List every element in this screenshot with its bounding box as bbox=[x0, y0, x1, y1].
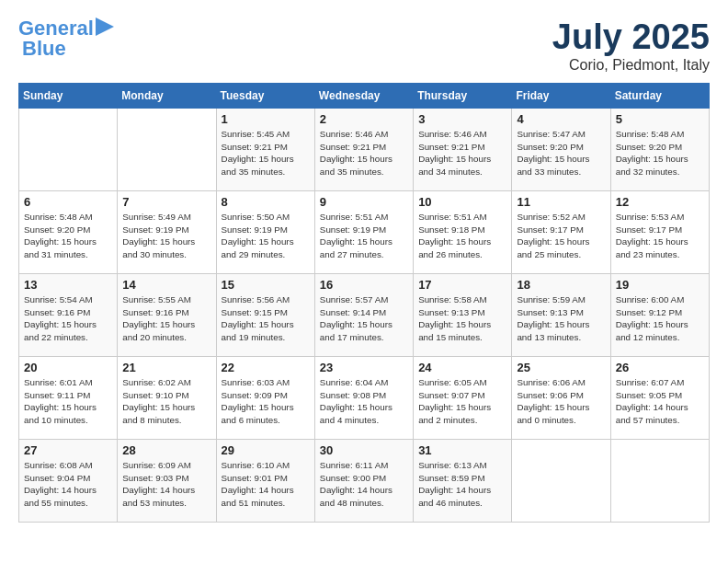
day-number: 28 bbox=[122, 443, 210, 457]
calendar-cell: 31Sunrise: 6:13 AM Sunset: 8:59 PM Dayli… bbox=[414, 439, 512, 522]
day-info: Sunrise: 5:50 AM Sunset: 9:19 PM Dayligh… bbox=[222, 211, 310, 261]
day-info: Sunrise: 5:46 AM Sunset: 9:21 PM Dayligh… bbox=[320, 128, 408, 178]
day-info: Sunrise: 5:59 AM Sunset: 9:13 PM Dayligh… bbox=[517, 293, 605, 344]
svg-marker-0 bbox=[96, 17, 114, 36]
day-number: 29 bbox=[222, 443, 310, 457]
week-row-1: 1Sunrise: 5:45 AM Sunset: 9:21 PM Daylig… bbox=[19, 108, 710, 190]
day-info: Sunrise: 5:57 AM Sunset: 9:14 PM Dayligh… bbox=[320, 293, 408, 344]
day-info: Sunrise: 5:55 AM Sunset: 9:16 PM Dayligh… bbox=[122, 293, 210, 344]
weekday-header-monday: Monday bbox=[118, 83, 216, 108]
day-info: Sunrise: 5:51 AM Sunset: 9:18 PM Dayligh… bbox=[418, 211, 506, 261]
day-info: Sunrise: 6:01 AM Sunset: 9:11 PM Dayligh… bbox=[24, 376, 112, 427]
day-info: Sunrise: 5:52 AM Sunset: 9:17 PM Dayligh… bbox=[517, 211, 605, 261]
day-number: 31 bbox=[418, 443, 506, 457]
title-area: July 2025 Corio, Piedmont, Italy bbox=[552, 18, 710, 74]
week-row-2: 6Sunrise: 5:48 AM Sunset: 9:20 PM Daylig… bbox=[19, 190, 710, 273]
day-info: Sunrise: 6:13 AM Sunset: 8:59 PM Dayligh… bbox=[418, 459, 506, 510]
calendar-cell: 4Sunrise: 5:47 AM Sunset: 9:20 PM Daylig… bbox=[512, 108, 610, 190]
calendar-cell: 15Sunrise: 5:56 AM Sunset: 9:15 PM Dayli… bbox=[216, 273, 314, 356]
day-number: 15 bbox=[222, 278, 310, 292]
day-info: Sunrise: 6:05 AM Sunset: 9:07 PM Dayligh… bbox=[418, 376, 506, 427]
weekday-header-row: SundayMondayTuesdayWednesdayThursdayFrid… bbox=[19, 83, 710, 108]
calendar-cell: 6Sunrise: 5:48 AM Sunset: 9:20 PM Daylig… bbox=[19, 190, 118, 273]
day-info: Sunrise: 6:06 AM Sunset: 9:06 PM Dayligh… bbox=[517, 376, 605, 427]
day-number: 7 bbox=[122, 195, 210, 209]
calendar-cell: 3Sunrise: 5:46 AM Sunset: 9:21 PM Daylig… bbox=[414, 108, 512, 190]
calendar-cell: 29Sunrise: 6:10 AM Sunset: 9:01 PM Dayli… bbox=[216, 439, 314, 522]
day-info: Sunrise: 6:02 AM Sunset: 9:10 PM Dayligh… bbox=[122, 376, 210, 427]
day-info: Sunrise: 6:00 AM Sunset: 9:12 PM Dayligh… bbox=[616, 293, 704, 344]
day-number: 18 bbox=[517, 278, 605, 292]
day-number: 11 bbox=[517, 195, 605, 209]
day-number: 5 bbox=[616, 112, 704, 126]
calendar-cell: 9Sunrise: 5:51 AM Sunset: 9:19 PM Daylig… bbox=[314, 190, 413, 273]
day-number: 27 bbox=[24, 443, 112, 457]
logo-blue: Blue bbox=[22, 37, 66, 60]
calendar-cell: 5Sunrise: 5:48 AM Sunset: 9:20 PM Daylig… bbox=[610, 108, 709, 190]
day-number: 10 bbox=[418, 195, 506, 209]
calendar-cell: 1Sunrise: 5:45 AM Sunset: 9:21 PM Daylig… bbox=[216, 108, 314, 190]
day-number: 3 bbox=[418, 112, 506, 126]
calendar-cell: 8Sunrise: 5:50 AM Sunset: 9:19 PM Daylig… bbox=[216, 190, 314, 273]
weekday-header-saturday: Saturday bbox=[610, 83, 709, 108]
weekday-header-friday: Friday bbox=[512, 83, 610, 108]
day-info: Sunrise: 5:48 AM Sunset: 9:20 PM Dayligh… bbox=[24, 211, 112, 261]
calendar-cell bbox=[118, 108, 216, 190]
calendar-cell: 11Sunrise: 5:52 AM Sunset: 9:17 PM Dayli… bbox=[512, 190, 610, 273]
day-info: Sunrise: 6:11 AM Sunset: 9:00 PM Dayligh… bbox=[320, 459, 408, 510]
calendar-cell: 18Sunrise: 5:59 AM Sunset: 9:13 PM Dayli… bbox=[512, 273, 610, 356]
day-number: 8 bbox=[222, 195, 310, 209]
day-info: Sunrise: 5:45 AM Sunset: 9:21 PM Dayligh… bbox=[222, 128, 310, 178]
logo: General Blue bbox=[18, 18, 114, 59]
calendar-cell: 10Sunrise: 5:51 AM Sunset: 9:18 PM Dayli… bbox=[414, 190, 512, 273]
day-info: Sunrise: 5:56 AM Sunset: 9:15 PM Dayligh… bbox=[222, 293, 310, 344]
logo-arrow-icon bbox=[96, 17, 114, 36]
calendar-cell: 24Sunrise: 6:05 AM Sunset: 9:07 PM Dayli… bbox=[414, 356, 512, 439]
day-number: 12 bbox=[616, 195, 704, 209]
day-info: Sunrise: 5:53 AM Sunset: 9:17 PM Dayligh… bbox=[616, 211, 704, 261]
calendar-cell: 19Sunrise: 6:00 AM Sunset: 9:12 PM Dayli… bbox=[610, 273, 709, 356]
day-info: Sunrise: 5:58 AM Sunset: 9:13 PM Dayligh… bbox=[418, 293, 506, 344]
calendar-cell: 25Sunrise: 6:06 AM Sunset: 9:06 PM Dayli… bbox=[512, 356, 610, 439]
calendar-cell: 16Sunrise: 5:57 AM Sunset: 9:14 PM Dayli… bbox=[314, 273, 413, 356]
day-number: 19 bbox=[616, 278, 704, 292]
calendar-cell bbox=[512, 439, 610, 522]
day-info: Sunrise: 6:04 AM Sunset: 9:08 PM Dayligh… bbox=[320, 376, 408, 427]
day-info: Sunrise: 6:08 AM Sunset: 9:04 PM Dayligh… bbox=[24, 459, 112, 510]
calendar-cell: 20Sunrise: 6:01 AM Sunset: 9:11 PM Dayli… bbox=[19, 356, 118, 439]
day-number: 26 bbox=[616, 361, 704, 374]
day-number: 24 bbox=[418, 361, 506, 374]
calendar-cell: 28Sunrise: 6:09 AM Sunset: 9:03 PM Dayli… bbox=[118, 439, 216, 522]
week-row-3: 13Sunrise: 5:54 AM Sunset: 9:16 PM Dayli… bbox=[19, 273, 710, 356]
day-number: 4 bbox=[517, 112, 605, 126]
day-info: Sunrise: 6:09 AM Sunset: 9:03 PM Dayligh… bbox=[122, 459, 210, 510]
day-info: Sunrise: 5:48 AM Sunset: 9:20 PM Dayligh… bbox=[616, 128, 704, 178]
day-number: 23 bbox=[320, 361, 408, 374]
calendar-cell: 21Sunrise: 6:02 AM Sunset: 9:10 PM Dayli… bbox=[118, 356, 216, 439]
month-title: July 2025 bbox=[552, 18, 710, 57]
day-number: 30 bbox=[320, 443, 408, 457]
day-info: Sunrise: 5:51 AM Sunset: 9:19 PM Dayligh… bbox=[320, 211, 408, 261]
logo-text: General bbox=[18, 18, 94, 39]
calendar-table: SundayMondayTuesdayWednesdayThursdayFrid… bbox=[18, 83, 710, 523]
day-info: Sunrise: 5:54 AM Sunset: 9:16 PM Dayligh… bbox=[24, 293, 112, 344]
location: Corio, Piedmont, Italy bbox=[552, 57, 710, 74]
weekday-header-tuesday: Tuesday bbox=[216, 83, 314, 108]
calendar-cell: 30Sunrise: 6:11 AM Sunset: 9:00 PM Dayli… bbox=[314, 439, 413, 522]
calendar-cell: 27Sunrise: 6:08 AM Sunset: 9:04 PM Dayli… bbox=[19, 439, 118, 522]
calendar-cell: 26Sunrise: 6:07 AM Sunset: 9:05 PM Dayli… bbox=[610, 356, 709, 439]
day-number: 9 bbox=[320, 195, 408, 209]
day-info: Sunrise: 6:03 AM Sunset: 9:09 PM Dayligh… bbox=[222, 376, 310, 427]
day-info: Sunrise: 6:07 AM Sunset: 9:05 PM Dayligh… bbox=[616, 376, 704, 427]
weekday-header-sunday: Sunday bbox=[19, 83, 118, 108]
calendar-cell: 13Sunrise: 5:54 AM Sunset: 9:16 PM Dayli… bbox=[19, 273, 118, 356]
calendar-cell bbox=[610, 439, 709, 522]
day-number: 22 bbox=[222, 361, 310, 374]
day-number: 21 bbox=[122, 361, 210, 374]
day-info: Sunrise: 5:46 AM Sunset: 9:21 PM Dayligh… bbox=[418, 128, 506, 178]
day-number: 16 bbox=[320, 278, 408, 292]
day-info: Sunrise: 5:47 AM Sunset: 9:20 PM Dayligh… bbox=[517, 128, 605, 178]
day-number: 17 bbox=[418, 278, 506, 292]
calendar-cell: 14Sunrise: 5:55 AM Sunset: 9:16 PM Dayli… bbox=[118, 273, 216, 356]
day-number: 20 bbox=[24, 361, 112, 374]
